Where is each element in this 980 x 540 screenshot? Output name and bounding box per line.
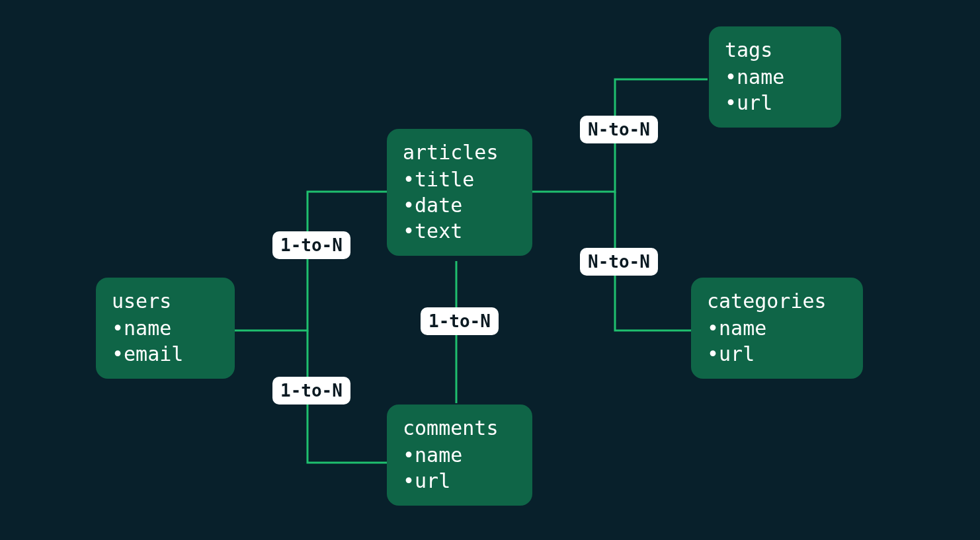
entity-articles-title: articles [403, 139, 516, 165]
entity-comments-field-url: •url [403, 468, 516, 494]
entity-categories-title: categories [707, 288, 847, 314]
entity-comments-field-name: •name [403, 442, 516, 468]
rel-users-articles: 1-to-N [272, 231, 350, 259]
entity-articles-field-title: •title [403, 167, 516, 192]
rel-articles-categories: N-to-N [580, 248, 658, 276]
entity-comments-title: comments [403, 415, 516, 441]
entity-articles-field-date: •date [403, 192, 516, 218]
entity-tags-field-name: •name [725, 64, 825, 90]
entity-tags-title: tags [725, 37, 825, 63]
entity-tags: tags •name •url [709, 26, 841, 128]
entity-categories: categories •name •url [691, 278, 863, 379]
rel-users-comments: 1-to-N [272, 377, 350, 405]
entity-users: users •name •email [96, 278, 235, 379]
entity-categories-field-name: •name [707, 315, 847, 341]
rel-articles-comments: 1-to-N [421, 307, 499, 335]
entity-articles-field-text: •text [403, 218, 516, 244]
entity-users-field-email: •email [112, 341, 219, 367]
entity-articles: articles •title •date •text [387, 129, 532, 256]
diagram-canvas: users •name •email articles •title •date… [0, 0, 980, 540]
entity-categories-field-url: •url [707, 341, 847, 367]
rel-articles-tags: N-to-N [580, 116, 658, 143]
entity-users-title: users [112, 288, 219, 314]
entity-comments: comments •name •url [387, 405, 532, 506]
entity-users-field-name: •name [112, 315, 219, 341]
entity-tags-field-url: •url [725, 90, 825, 116]
